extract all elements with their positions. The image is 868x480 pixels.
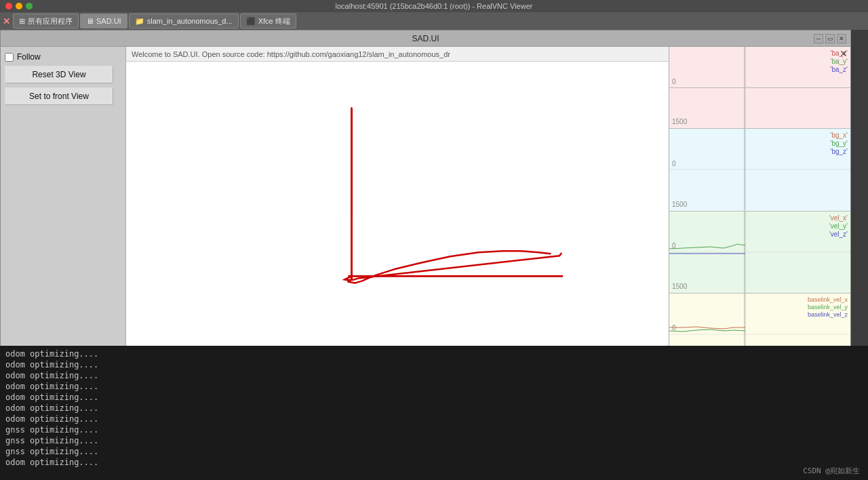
taskbar-item-sadui[interactable]: 🖥 SAD.UI [80, 14, 127, 28]
taskbar-apps-label: 所有应用程序 [28, 16, 73, 26]
title-bar: localhost:45901 (215bca2b46d0:1 (root)) … [0, 0, 868, 12]
baselink-vel-x-label: baselink_vel_x [808, 296, 848, 303]
bg-labels: 'bg_x' 'bg_y' 'bg_z' [830, 132, 848, 155]
window-restore-btn[interactable]: ▭ [825, 34, 835, 43]
vel-zero-label: 0 [672, 242, 676, 249]
taskbar-item-apps[interactable]: ⊞ 所有应用程序 [13, 14, 79, 28]
close-btn[interactable] [5, 3, 12, 9]
baselink-zero-label: 0 [672, 324, 676, 332]
vel-val-label: 1500 [672, 283, 687, 290]
minimize-btn[interactable] [16, 3, 22, 9]
terminal[interactable]: odom optimizing.... odom optimizing.... … [0, 346, 868, 480]
vel-x-label: 'vel_x' [829, 214, 848, 222]
chart-vel: 0 1500 'vel_x' 'vel_y' 'vel_z' [669, 212, 850, 294]
title-bar-text: localhost:45901 (215bca2b46d0:1 (root)) … [336, 2, 533, 10]
baselink-vel-z-label: baselink_vel_z [808, 311, 848, 318]
taskbar-close-icon[interactable]: ✕ [3, 16, 10, 26]
info-text: Welcome to SAD.UI. Open source code: htt… [132, 50, 450, 58]
vel-y-label: 'vel_y' [829, 222, 848, 230]
chart-zero-line-1 [669, 87, 850, 88]
taskbar-xfce-label: Xfce 终端 [258, 16, 290, 26]
taskbar-sadui-label: SAD.UI [96, 17, 121, 25]
taskbar-item-xfce[interactable]: ⬛ Xfce 终端 [240, 14, 296, 28]
vel-z-label: 'vel_z' [829, 231, 848, 238]
chart-bg: 0 1500 'bg_x' 'bg_y' 'bg_z' [669, 129, 850, 211]
terminal-line-6: odom optimizing.... [5, 414, 863, 424]
bg-z-label: 'bg_z' [830, 148, 848, 155]
baselink-labels: baselink_vel_x baselink_vel_y baselink_v… [808, 296, 848, 318]
terminal-line-1: odom optimizing.... [5, 359, 863, 370]
right-panel: ✕ 0 1500 'ba_x' 'ba_y' 'ba_z' [669, 47, 850, 375]
chart-ba: 0 1500 'ba_x' 'ba_y' 'ba_z' [669, 47, 850, 129]
terminal-input-line[interactable]: $ [5, 468, 863, 480]
follow-label: Follow [17, 52, 41, 62]
trajectory-svg [126, 62, 669, 375]
sadui-icon: 🖥 [86, 17, 94, 25]
terminal-line-5: odom optimizing.... [5, 403, 863, 414]
window-titlebar-buttons: ─ ▭ ✕ [814, 34, 846, 43]
terminal-line-0: odom optimizing.... [5, 348, 863, 359]
terminal-line-8: gnss optimizing.... [5, 435, 863, 446]
terminal-line-2: odom optimizing.... [5, 370, 863, 381]
apps-icon: ⊞ [19, 17, 25, 26]
canvas-area[interactable] [126, 62, 669, 375]
bg-y-label: 'bg_y' [830, 140, 848, 147]
left-panel: Follow Reset 3D View Set to front View [1, 47, 126, 375]
terminal-line-3: odom optimizing.... [5, 381, 863, 392]
right-panel-close[interactable]: ✕ [840, 48, 848, 59]
csdn-watermark: CSDN @宛如新生 [803, 466, 860, 476]
chart-separator-2 [744, 129, 745, 210]
taskbar: ✕ ⊞ 所有应用程序 🖥 SAD.UI 📁 slam_in_autonomous… [0, 12, 868, 30]
info-bar: Welcome to SAD.UI. Open source code: htt… [126, 47, 669, 62]
window-title: SAD.UI [412, 34, 439, 43]
window-titlebar: SAD.UI ─ ▭ ✕ [1, 31, 850, 47]
window-close-btn[interactable]: ✕ [837, 34, 846, 43]
reset-3d-button[interactable]: Reset 3D View [5, 66, 113, 83]
taskbar-slam-label: slam_in_autonomous_d... [147, 17, 233, 25]
bg-zero-label: 0 [672, 160, 676, 167]
terminal-line-10: odom optimizing.... [5, 457, 863, 468]
maximize-btn[interactable] [26, 3, 33, 9]
terminal-line-4: odom optimizing.... [5, 392, 863, 403]
terminal-line-7: gnss optimizing.... [5, 424, 863, 435]
ba-val-label: 1500 [672, 118, 687, 125]
ba-zero-label: 0 [672, 78, 676, 85]
bg-chart-svg [669, 129, 850, 210]
terminal-icon: ⬛ [246, 17, 256, 26]
folder-icon: 📁 [135, 17, 144, 26]
vel-chart-svg [669, 212, 850, 293]
window-body: Follow Reset 3D View Set to front View W… [1, 47, 850, 375]
terminal-line-9: gnss optimizing.... [5, 446, 863, 457]
window-controls [5, 3, 33, 9]
ba-z-label: 'ba_z' [830, 66, 848, 73]
bg-x-label: 'bg_x' [830, 132, 848, 139]
chart-separator-3 [744, 212, 745, 293]
main-view: Welcome to SAD.UI. Open source code: htt… [126, 47, 669, 375]
bg-val-label: 1500 [672, 201, 687, 208]
follow-checkbox[interactable] [5, 53, 14, 62]
window-minimize-btn[interactable]: ─ [814, 34, 823, 43]
follow-checkbox-row: Follow [5, 52, 121, 62]
front-view-button[interactable]: Set to front View [5, 87, 113, 105]
taskbar-item-slam[interactable]: 📁 slam_in_autonomous_d... [129, 14, 239, 28]
vel-labels: 'vel_x' 'vel_y' 'vel_z' [829, 214, 848, 238]
main-window: SAD.UI ─ ▭ ✕ Follow Reset 3D View Set to… [0, 30, 851, 376]
baselink-vel-y-label: baselink_vel_y [808, 304, 848, 311]
